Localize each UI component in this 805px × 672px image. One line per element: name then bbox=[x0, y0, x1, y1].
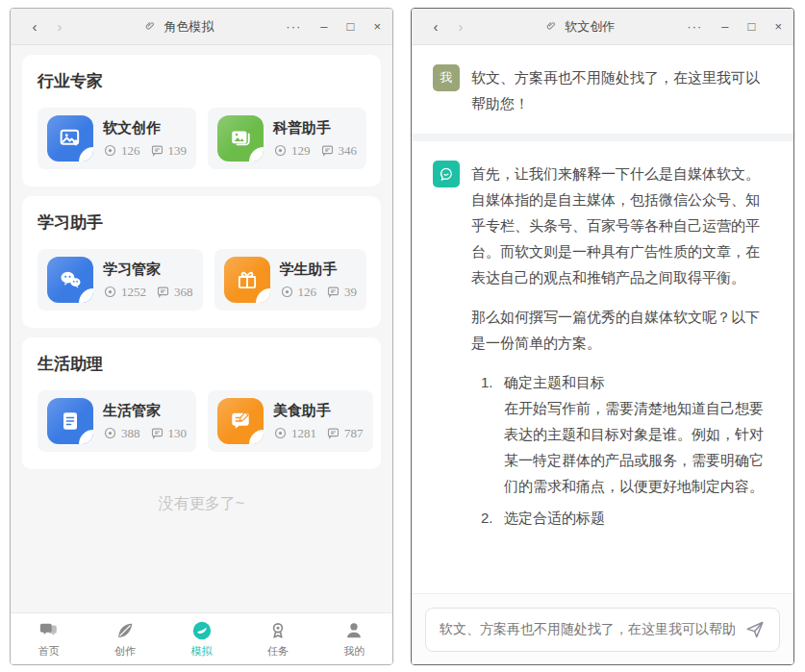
role-card-student-helper[interactable]: 学生助手 126 39 bbox=[214, 249, 367, 311]
section-title: 行业专家 bbox=[38, 70, 365, 92]
minimize-icon[interactable]: – bbox=[721, 19, 728, 34]
paperclip-icon bbox=[545, 20, 559, 34]
eye-icon bbox=[273, 143, 288, 158]
forward-arrow-icon[interactable]: › bbox=[47, 18, 72, 35]
page-title: 角色模拟 bbox=[164, 18, 214, 36]
maximize-icon[interactable]: □ bbox=[748, 19, 756, 34]
tab-create[interactable]: 创作 bbox=[87, 613, 163, 664]
views-count: 388 bbox=[121, 426, 140, 441]
comments-count: 346 bbox=[339, 143, 358, 159]
page-title: 软文创作 bbox=[565, 18, 615, 36]
window-controls: ··· – □ × bbox=[687, 19, 782, 34]
list-item-title: 选定合适的标题 bbox=[504, 510, 605, 526]
more-icon[interactable]: ··· bbox=[687, 19, 702, 34]
chat-input-bar bbox=[412, 593, 793, 664]
eye-icon bbox=[103, 143, 117, 158]
chat-input-box bbox=[425, 608, 780, 652]
tab-simulate[interactable]: 模拟 bbox=[164, 613, 239, 664]
section-life-assistant: 生活助理 生活管家 388 130 bbox=[22, 337, 381, 469]
comment-icon bbox=[150, 426, 164, 440]
role-stats: 126 139 bbox=[103, 143, 187, 159]
section-learning-assistant: 学习助手 学习管家 1252 368 bbox=[22, 196, 381, 328]
assistant-paragraph: 首先，让我们来解释一下什么是自媒体软文。自媒体指的是自主媒体，包括微信公众号、知… bbox=[471, 161, 772, 290]
send-button[interactable] bbox=[744, 619, 766, 640]
medal-icon bbox=[267, 620, 289, 641]
titlebar: ‹ › 软文创作 ··· – □ × bbox=[412, 9, 793, 45]
no-more-text: 没有更多了~ bbox=[22, 494, 381, 514]
gallery-icon bbox=[217, 115, 264, 162]
bottom-tabbar: 首页 创作 模拟 任务 我的 bbox=[11, 612, 392, 664]
tab-label: 我的 bbox=[343, 644, 365, 659]
comment-icon bbox=[156, 285, 170, 299]
role-card-food-helper[interactable]: 美食助手 1281 787 bbox=[208, 390, 373, 452]
back-arrow-icon[interactable]: ‹ bbox=[423, 18, 448, 35]
simulate-icon bbox=[191, 620, 213, 641]
tab-label: 模拟 bbox=[191, 644, 213, 659]
chat-scroll-area[interactable]: 我 软文、方案再也不用随处找了，在这里我可以帮助您！ 首先，让我们来解释一下什么… bbox=[412, 45, 793, 593]
chat-body: 我 软文、方案再也不用随处找了，在这里我可以帮助您！ 首先，让我们来解释一下什么… bbox=[412, 45, 793, 664]
section-title: 学习助手 bbox=[38, 212, 365, 234]
window-controls: ··· – □ × bbox=[286, 19, 381, 34]
tab-tasks[interactable]: 任务 bbox=[239, 613, 315, 664]
back-arrow-icon[interactable]: ‹ bbox=[22, 18, 47, 35]
user-message: 我 软文、方案再也不用随处找了，在这里我可以帮助您！ bbox=[412, 45, 793, 134]
tab-label: 任务 bbox=[267, 644, 289, 659]
role-stats: 1281 787 bbox=[273, 426, 364, 441]
window-title-area: 软文创作 bbox=[473, 18, 687, 36]
role-card-science-helper[interactable]: 科普助手 129 346 bbox=[208, 108, 366, 169]
titlebar: ‹ › 角色模拟 ··· – □ × bbox=[11, 9, 392, 45]
list-item: 1. 确定主题和目标 在开始写作前，需要清楚地知道自己想要表达的主题和目标对象是… bbox=[481, 369, 772, 499]
tab-home[interactable]: 首页 bbox=[11, 613, 87, 664]
comments-count: 139 bbox=[168, 143, 188, 159]
views-count: 126 bbox=[298, 285, 317, 300]
minimize-icon[interactable]: – bbox=[320, 19, 327, 34]
close-icon[interactable]: × bbox=[373, 19, 381, 34]
photo-upload-icon bbox=[47, 115, 93, 162]
tab-mine[interactable]: 我的 bbox=[316, 613, 392, 664]
window-soft-article-chat: ‹ › 软文创作 ··· – □ × 我 软文、方案再也不用随处找了，在这里我可… bbox=[411, 8, 794, 665]
user-avatar: 我 bbox=[433, 64, 460, 91]
chat-smile-icon bbox=[433, 161, 460, 187]
eye-icon bbox=[103, 285, 117, 299]
window-title-area: 角色模拟 bbox=[72, 18, 286, 36]
comment-icon bbox=[150, 143, 164, 158]
role-name: 美食助手 bbox=[273, 402, 364, 420]
role-card-life-manager[interactable]: 生活管家 388 130 bbox=[38, 390, 196, 452]
eye-icon bbox=[280, 285, 294, 299]
maximize-icon[interactable]: □ bbox=[347, 19, 355, 34]
forward-arrow-icon[interactable]: › bbox=[448, 18, 473, 35]
role-card-learning-manager[interactable]: 学习管家 1252 368 bbox=[38, 249, 203, 311]
chat-bubbles-icon bbox=[47, 257, 93, 303]
comments-count: 368 bbox=[174, 285, 193, 300]
comments-count: 130 bbox=[168, 426, 188, 441]
feather-icon bbox=[114, 620, 136, 641]
views-count: 126 bbox=[121, 143, 140, 159]
role-sections: 行业专家 软文创作 126 139 bbox=[11, 45, 392, 612]
more-icon[interactable]: ··· bbox=[286, 19, 301, 34]
message-divider bbox=[412, 134, 793, 141]
assistant-paragraph: 那么如何撰写一篇优秀的自媒体软文呢？以下是一份简单的方案。 bbox=[471, 304, 772, 356]
close-icon[interactable]: × bbox=[774, 19, 782, 34]
document-icon bbox=[47, 398, 93, 444]
window-role-simulation: ‹ › 角色模拟 ··· – □ × 行业专家 bbox=[10, 8, 393, 665]
messages-icon bbox=[38, 620, 60, 641]
comment-icon bbox=[326, 426, 340, 440]
eye-icon bbox=[273, 426, 288, 440]
tab-label: 创作 bbox=[114, 644, 136, 659]
paper-plane-icon bbox=[744, 619, 766, 640]
role-card-soft-article[interactable]: 软文创作 126 139 bbox=[38, 108, 196, 169]
role-list-body: 行业专家 软文创作 126 139 bbox=[11, 45, 392, 664]
assistant-message: 首先，让我们来解释一下什么是自媒体软文。自媒体指的是自主媒体，包括微信公众号、知… bbox=[412, 141, 793, 554]
chat-input[interactable] bbox=[440, 622, 735, 637]
list-item: 2. 选定合适的标题 bbox=[481, 505, 772, 531]
views-count: 1281 bbox=[291, 426, 316, 441]
role-stats: 388 130 bbox=[103, 426, 187, 441]
role-name: 科普助手 bbox=[273, 119, 357, 137]
section-industry-experts: 行业专家 软文创作 126 139 bbox=[22, 55, 381, 187]
comment-icon bbox=[320, 143, 335, 158]
views-count: 1252 bbox=[121, 285, 146, 300]
list-item-body: 在开始写作前，需要清楚地知道自己想要表达的主题和目标对象是谁。例如，针对某一特定… bbox=[504, 400, 764, 494]
comments-count: 39 bbox=[344, 285, 357, 300]
tab-label: 首页 bbox=[38, 644, 60, 659]
role-stats: 129 346 bbox=[273, 143, 357, 159]
